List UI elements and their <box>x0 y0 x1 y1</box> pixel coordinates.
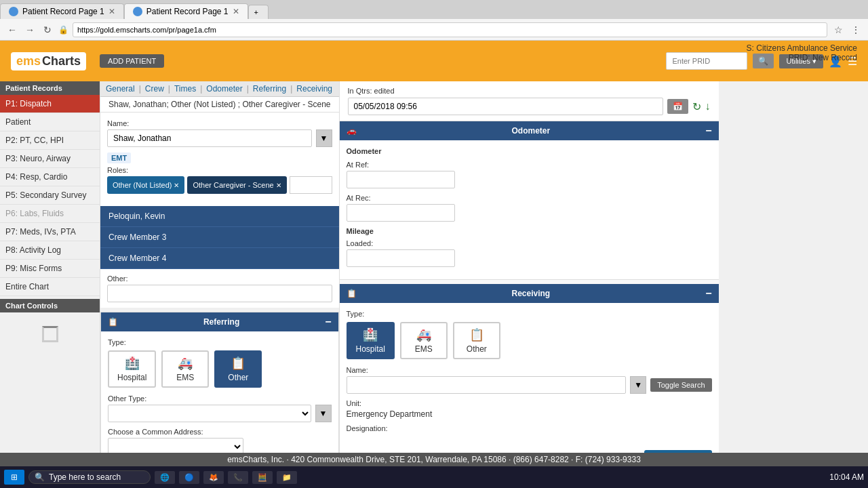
new-tab-button[interactable]: + <box>248 5 269 19</box>
other-input[interactable] <box>107 285 332 302</box>
tab-referring[interactable]: Referring <box>253 84 286 94</box>
star-icon[interactable]: ☆ <box>831 23 845 37</box>
loaded-label: Loaded: <box>347 239 712 247</box>
receiving-unit-value: Emergency Department <box>347 409 712 419</box>
other-type-label: Other Type: <box>108 394 332 403</box>
receiving-ems-icon: 🚑 <box>416 327 431 342</box>
loaded-input[interactable] <box>347 249 455 267</box>
sidebar: Patient Records P1: Dispatch Patient P2:… <box>0 81 100 483</box>
sidebar-item-p9[interactable]: P9: Misc Forms <box>0 260 100 278</box>
time-refresh-button[interactable]: ↻ <box>692 100 701 113</box>
browser-tab-1[interactable]: Patient Record Page 1 ✕ <box>0 3 124 19</box>
sidebar-item-dispatch[interactable]: P1: Dispatch <box>0 95 100 113</box>
taskbar-search[interactable]: 🔍 Type here to search <box>28 470 151 484</box>
crew-member-peloquin[interactable]: Peloquin, Kevin <box>100 206 339 227</box>
at-ref-label: At Ref: <box>347 161 712 169</box>
other-type-select[interactable] <box>108 405 311 422</box>
receiving-name-input[interactable] <box>347 376 627 394</box>
service-info: S: Citizens Ambulance Service PRID: New … <box>747 43 857 62</box>
referring-type-label: Type: <box>108 338 332 346</box>
service-name: S: Citizens Ambulance Service <box>747 43 857 53</box>
hospital-icon: 🏥 <box>125 356 140 371</box>
receiving-collapse-button[interactable]: − <box>705 287 711 300</box>
tab-general[interactable]: General <box>106 84 135 94</box>
sidebar-item-entire-chart[interactable]: Entire Chart <box>0 278 100 296</box>
crew-name-dropdown[interactable]: ▼ <box>316 129 332 147</box>
role-tag-other-caregiver[interactable]: Other Caregiver - Scene ✕ <box>187 176 286 194</box>
odometer-collapse-button[interactable]: − <box>705 125 711 137</box>
crew-member-3[interactable]: Crew Member 3 <box>100 227 339 248</box>
receiving-body: Type: 🏥 Hospital 🚑 EMS 📋 Other <box>340 303 719 450</box>
remove-role-other[interactable]: ✕ <box>174 182 179 189</box>
taskbar-chrome[interactable]: 🔵 <box>179 471 199 484</box>
datetime-input[interactable] <box>348 98 663 115</box>
sidebar-item-p5[interactable]: P5: Secondary Survey <box>0 186 100 205</box>
taskbar-app1[interactable]: 📞 <box>228 471 248 484</box>
at-rec-input[interactable] <box>347 204 455 222</box>
sidebar-item-p7[interactable]: P7: Meds, IVs, PTA <box>0 223 100 241</box>
referring-type-other-label: Other <box>228 373 248 382</box>
role-tag-other-not-listed[interactable]: Other (Not Listed) ✕ <box>107 176 184 194</box>
odometer-inner-label: Odometer <box>347 147 712 155</box>
tab-label-1: Patient Record Page 1 <box>22 7 104 16</box>
receiving-type-hospital[interactable]: 🏥 Hospital <box>347 322 395 359</box>
settings-icon[interactable]: ⋮ <box>849 23 863 37</box>
other-section: Other: <box>100 269 339 308</box>
tab-close-1[interactable]: ✕ <box>108 7 115 16</box>
referring-type-hospital-label: Hospital <box>117 373 146 382</box>
receiving-header: 📋 Receiving − <box>340 284 719 303</box>
tab-crew[interactable]: Crew <box>145 84 164 94</box>
receiving-type-label: Type: <box>347 310 712 318</box>
referring-type-ems[interactable]: 🚑 EMS <box>161 350 209 388</box>
referring-collapse-button[interactable]: − <box>325 316 331 328</box>
taskbar-time-value: 10:04 AM <box>829 472 864 482</box>
toggle-search-button[interactable]: Toggle Search <box>650 378 711 392</box>
time-down-button[interactable]: ↓ <box>705 100 711 113</box>
tab-label-2: Patient Record Page 1 <box>146 7 229 16</box>
logo: emsCharts <box>11 52 86 70</box>
sidebar-item-p2[interactable]: P2: PT, CC, HPI <box>0 131 100 150</box>
referring-type-other[interactable]: 📋 Other <box>214 350 262 388</box>
sidebar-item-p4[interactable]: P4: Resp, Cardio <box>0 168 100 186</box>
taskbar-app3[interactable]: 📁 <box>277 471 297 484</box>
crew-list: Peloquin, Kevin Crew Member 3 Crew Membe… <box>100 206 339 269</box>
receiving-type-other[interactable]: 📋 Other <box>453 322 500 359</box>
referring-type-hospital[interactable]: 🏥 Hospital <box>108 350 156 388</box>
start-button[interactable]: ⊞ <box>4 470 24 485</box>
at-ref-input[interactable] <box>347 171 455 188</box>
tab-odometer[interactable]: Odometer <box>206 84 242 94</box>
crew-member-4[interactable]: Crew Member 4 <box>100 248 339 269</box>
add-patient-header-button[interactable]: ADD PATIENT <box>100 54 164 68</box>
receiving-name-dropdown[interactable]: ▼ <box>630 376 646 394</box>
taskbar-firefox[interactable]: 🦊 <box>203 471 224 484</box>
tab-times[interactable]: Times <box>174 84 196 94</box>
referring-type-buttons: 🏥 Hospital 🚑 EMS 📋 Other <box>108 350 332 388</box>
refresh-button[interactable]: ↻ <box>41 23 54 37</box>
receiving-type-ems[interactable]: 🚑 EMS <box>400 322 448 359</box>
address-bar[interactable] <box>73 22 827 37</box>
receiving-hospital-icon: 🏥 <box>363 327 378 342</box>
sidebar-item-p6[interactable]: P6: Labs, Fluids <box>0 205 100 223</box>
sidebar-item-p3[interactable]: P3: Neuro, Airway <box>0 150 100 168</box>
back-button[interactable]: ← <box>5 23 19 37</box>
browser-tab-2[interactable]: Patient Record Page 1 ✕ <box>124 3 248 19</box>
calendar-button[interactable]: 📅 <box>667 99 688 114</box>
prid-input[interactable] <box>666 52 747 70</box>
forward-button[interactable]: → <box>23 23 37 37</box>
tab-receiving[interactable]: Receiving <box>296 84 332 94</box>
crew-name-input[interactable] <box>107 129 312 147</box>
remove-role-caregiver[interactable]: ✕ <box>276 182 281 189</box>
taskbar-ie[interactable]: 🌐 <box>155 471 175 484</box>
app-footer: emsCharts, Inc. · 420 Commonwealth Drive… <box>0 453 868 466</box>
receiving-name-label: Name: <box>347 366 712 374</box>
other-type-dropdown[interactable]: ▼ <box>315 405 332 422</box>
tab-close-2[interactable]: ✕ <box>233 7 239 16</box>
odometer-body: Odometer At Ref: At Rec: Mileage Loaded: <box>340 140 719 279</box>
taskbar-app2[interactable]: 🧮 <box>252 471 273 484</box>
tab-icon-1 <box>9 7 18 16</box>
sidebar-item-patient[interactable]: Patient <box>0 113 100 131</box>
receiving-other-label: Other <box>467 344 487 354</box>
odometer-icon: 🚗 <box>347 126 357 136</box>
sidebar-item-p8[interactable]: P8: Activity Log <box>0 241 100 260</box>
odometer-header: 🚗 Odometer − <box>340 121 719 140</box>
